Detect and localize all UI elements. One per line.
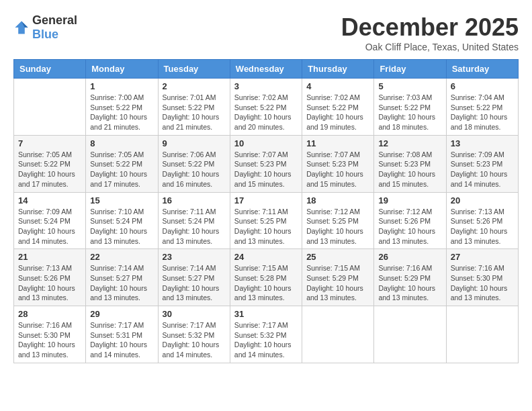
- calendar-week-row: 21Sunrise: 7:13 AM Sunset: 5:26 PM Dayli…: [14, 249, 519, 306]
- weekday-header: Tuesday: [158, 60, 230, 79]
- day-info: Sunrise: 7:02 AM Sunset: 5:22 PM Dayligh…: [306, 93, 369, 132]
- day-number: 2: [163, 81, 226, 91]
- day-info: Sunrise: 7:01 AM Sunset: 5:22 PM Dayligh…: [163, 93, 226, 132]
- day-info: Sunrise: 7:14 AM Sunset: 5:27 PM Dayligh…: [90, 263, 153, 303]
- calendar-week-row: 7Sunrise: 7:05 AM Sunset: 5:22 PM Daylig…: [14, 135, 519, 192]
- day-number: 21: [18, 252, 81, 262]
- calendar-table: SundayMondayTuesdayWednesdayThursdayFrid…: [13, 59, 519, 363]
- weekday-header: Thursday: [302, 60, 374, 79]
- logo-icon: [13, 19, 30, 36]
- calendar-cell: 22Sunrise: 7:14 AM Sunset: 5:27 PM Dayli…: [86, 249, 158, 306]
- calendar-cell: 31Sunrise: 7:17 AM Sunset: 5:32 PM Dayli…: [230, 306, 302, 363]
- day-info: Sunrise: 7:13 AM Sunset: 5:26 PM Dayligh…: [18, 263, 81, 303]
- calendar-cell: 5Sunrise: 7:03 AM Sunset: 5:22 PM Daylig…: [374, 79, 446, 136]
- weekday-header: Saturday: [446, 60, 518, 79]
- day-number: 24: [234, 252, 298, 262]
- weekday-header: Wednesday: [230, 60, 302, 79]
- day-info: Sunrise: 7:15 AM Sunset: 5:28 PM Dayligh…: [234, 263, 298, 303]
- day-number: 14: [18, 195, 81, 205]
- logo-text: General Blue: [32, 13, 77, 42]
- day-number: 23: [163, 252, 226, 262]
- day-info: Sunrise: 7:10 AM Sunset: 5:24 PM Dayligh…: [90, 207, 153, 246]
- calendar-cell: 9Sunrise: 7:06 AM Sunset: 5:22 PM Daylig…: [158, 135, 230, 192]
- day-info: Sunrise: 7:12 AM Sunset: 5:26 PM Dayligh…: [378, 207, 441, 246]
- calendar-cell: [446, 306, 518, 363]
- page-header: General Blue December 2025 Oak Cliff Pla…: [13, 13, 519, 52]
- calendar-cell: 6Sunrise: 7:04 AM Sunset: 5:22 PM Daylig…: [446, 79, 518, 136]
- calendar-cell: 29Sunrise: 7:17 AM Sunset: 5:31 PM Dayli…: [86, 306, 158, 363]
- calendar-cell: 28Sunrise: 7:16 AM Sunset: 5:30 PM Dayli…: [14, 306, 86, 363]
- calendar-cell: 25Sunrise: 7:15 AM Sunset: 5:29 PM Dayli…: [302, 249, 374, 306]
- location: Oak Cliff Place, Texas, United States: [341, 42, 519, 52]
- weekday-header: Sunday: [14, 60, 86, 79]
- day-info: Sunrise: 7:16 AM Sunset: 5:29 PM Dayligh…: [378, 263, 441, 303]
- day-info: Sunrise: 7:12 AM Sunset: 5:25 PM Dayligh…: [306, 207, 369, 246]
- day-number: 4: [306, 81, 369, 91]
- calendar-cell: 27Sunrise: 7:16 AM Sunset: 5:30 PM Dayli…: [446, 249, 518, 306]
- day-info: Sunrise: 7:11 AM Sunset: 5:25 PM Dayligh…: [234, 207, 298, 246]
- calendar-cell: 13Sunrise: 7:09 AM Sunset: 5:23 PM Dayli…: [446, 135, 518, 192]
- logo-blue: Blue: [32, 28, 58, 41]
- day-number: 11: [306, 138, 369, 148]
- day-number: 3: [234, 81, 298, 91]
- day-number: 13: [451, 138, 514, 148]
- day-number: 9: [163, 138, 226, 148]
- logo-general: General: [32, 13, 77, 27]
- day-info: Sunrise: 7:11 AM Sunset: 5:24 PM Dayligh…: [163, 207, 226, 246]
- weekday-header-row: SundayMondayTuesdayWednesdayThursdayFrid…: [14, 60, 519, 79]
- day-number: 17: [234, 195, 298, 205]
- day-number: 28: [18, 309, 81, 319]
- day-number: 8: [90, 138, 153, 148]
- day-info: Sunrise: 7:17 AM Sunset: 5:32 PM Dayligh…: [163, 320, 226, 360]
- day-info: Sunrise: 7:13 AM Sunset: 5:26 PM Dayligh…: [451, 207, 514, 246]
- day-info: Sunrise: 7:16 AM Sunset: 5:30 PM Dayligh…: [451, 263, 514, 303]
- calendar-cell: 10Sunrise: 7:07 AM Sunset: 5:23 PM Dayli…: [230, 135, 302, 192]
- day-info: Sunrise: 7:17 AM Sunset: 5:32 PM Dayligh…: [234, 320, 298, 360]
- day-number: 6: [451, 81, 514, 91]
- calendar-cell: 11Sunrise: 7:07 AM Sunset: 5:23 PM Dayli…: [302, 135, 374, 192]
- day-number: 20: [451, 195, 514, 205]
- day-number: 1: [90, 81, 153, 91]
- day-info: Sunrise: 7:00 AM Sunset: 5:22 PM Dayligh…: [90, 93, 153, 132]
- calendar-cell: 4Sunrise: 7:02 AM Sunset: 5:22 PM Daylig…: [302, 79, 374, 136]
- day-info: Sunrise: 7:15 AM Sunset: 5:29 PM Dayligh…: [306, 263, 369, 303]
- calendar-cell: 1Sunrise: 7:00 AM Sunset: 5:22 PM Daylig…: [86, 79, 158, 136]
- day-number: 5: [378, 81, 441, 91]
- day-number: 30: [163, 309, 226, 319]
- day-info: Sunrise: 7:16 AM Sunset: 5:30 PM Dayligh…: [18, 320, 81, 360]
- day-info: Sunrise: 7:07 AM Sunset: 5:23 PM Dayligh…: [234, 150, 298, 189]
- day-number: 18: [306, 195, 369, 205]
- calendar-cell: 23Sunrise: 7:14 AM Sunset: 5:27 PM Dayli…: [158, 249, 230, 306]
- calendar-cell: 12Sunrise: 7:08 AM Sunset: 5:23 PM Dayli…: [374, 135, 446, 192]
- day-number: 19: [378, 195, 441, 205]
- day-number: 31: [234, 309, 298, 319]
- calendar-cell: 18Sunrise: 7:12 AM Sunset: 5:25 PM Dayli…: [302, 192, 374, 249]
- calendar-cell: 3Sunrise: 7:02 AM Sunset: 5:22 PM Daylig…: [230, 79, 302, 136]
- day-info: Sunrise: 7:09 AM Sunset: 5:24 PM Dayligh…: [18, 207, 81, 246]
- calendar-cell: [14, 79, 86, 136]
- calendar-cell: [374, 306, 446, 363]
- title-block: December 2025 Oak Cliff Place, Texas, Un…: [341, 13, 519, 52]
- day-info: Sunrise: 7:17 AM Sunset: 5:31 PM Dayligh…: [90, 320, 153, 360]
- day-info: Sunrise: 7:06 AM Sunset: 5:22 PM Dayligh…: [163, 150, 226, 189]
- logo: General Blue: [13, 13, 77, 42]
- calendar-cell: 14Sunrise: 7:09 AM Sunset: 5:24 PM Dayli…: [14, 192, 86, 249]
- calendar-cell: 15Sunrise: 7:10 AM Sunset: 5:24 PM Dayli…: [86, 192, 158, 249]
- weekday-header: Friday: [374, 60, 446, 79]
- calendar-cell: 20Sunrise: 7:13 AM Sunset: 5:26 PM Dayli…: [446, 192, 518, 249]
- calendar-cell: 16Sunrise: 7:11 AM Sunset: 5:24 PM Dayli…: [158, 192, 230, 249]
- day-number: 15: [90, 195, 153, 205]
- calendar-cell: 7Sunrise: 7:05 AM Sunset: 5:22 PM Daylig…: [14, 135, 86, 192]
- day-info: Sunrise: 7:08 AM Sunset: 5:23 PM Dayligh…: [378, 150, 441, 189]
- calendar-week-row: 1Sunrise: 7:00 AM Sunset: 5:22 PM Daylig…: [14, 79, 519, 136]
- calendar-cell: [302, 306, 374, 363]
- calendar-cell: 26Sunrise: 7:16 AM Sunset: 5:29 PM Dayli…: [374, 249, 446, 306]
- day-info: Sunrise: 7:05 AM Sunset: 5:22 PM Dayligh…: [18, 150, 81, 189]
- day-number: 7: [18, 138, 81, 148]
- calendar-cell: 19Sunrise: 7:12 AM Sunset: 5:26 PM Dayli…: [374, 192, 446, 249]
- day-number: 12: [378, 138, 441, 148]
- calendar-cell: 21Sunrise: 7:13 AM Sunset: 5:26 PM Dayli…: [14, 249, 86, 306]
- calendar-cell: 30Sunrise: 7:17 AM Sunset: 5:32 PM Dayli…: [158, 306, 230, 363]
- day-info: Sunrise: 7:02 AM Sunset: 5:22 PM Dayligh…: [234, 93, 298, 132]
- day-info: Sunrise: 7:03 AM Sunset: 5:22 PM Dayligh…: [378, 93, 441, 132]
